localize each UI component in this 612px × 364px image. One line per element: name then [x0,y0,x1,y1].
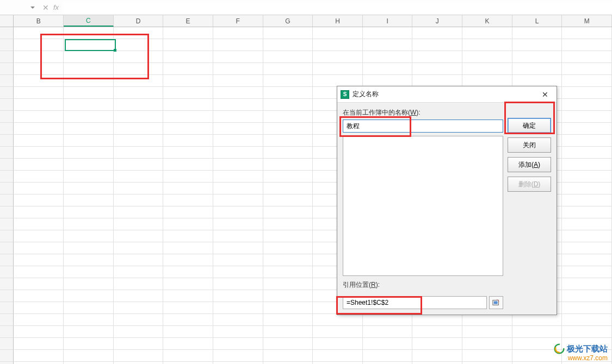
cell[interactable] [213,254,263,266]
cell[interactable] [512,39,562,51]
cell[interactable] [263,338,313,350]
col-head-d[interactable]: D [114,15,164,27]
cell[interactable] [14,302,64,314]
cell[interactable] [14,39,64,51]
cell[interactable] [512,63,562,75]
cell[interactable] [263,87,313,99]
row-head[interactable] [0,266,14,278]
col-head-b[interactable]: B [14,15,64,27]
row-head[interactable] [0,254,14,266]
cell[interactable] [562,111,612,123]
cell[interactable] [562,27,612,39]
ok-button[interactable]: 确定 [508,118,551,133]
cell[interactable] [14,171,64,183]
cell[interactable] [263,147,313,159]
row-head[interactable] [0,159,14,171]
cell[interactable] [263,39,313,51]
cell[interactable] [64,39,114,51]
row-head[interactable] [0,51,14,63]
dialog-titlebar[interactable]: S 定义名称 ✕ [337,86,557,103]
cell[interactable] [462,314,512,326]
cell[interactable] [263,362,313,364]
cell[interactable] [163,218,213,230]
name-box[interactable] [3,2,37,14]
cell[interactable] [263,302,313,314]
col-head-m[interactable]: M [562,15,612,27]
cell[interactable] [114,39,164,51]
cell[interactable] [263,99,313,111]
cell[interactable] [313,39,363,51]
cell[interactable] [163,314,213,326]
cell[interactable] [213,87,263,99]
cell[interactable] [213,218,263,230]
cell[interactable] [412,39,462,51]
row-head[interactable] [0,230,14,242]
cell[interactable] [313,27,363,39]
row-head[interactable] [0,135,14,147]
cell[interactable] [14,290,64,302]
cell[interactable] [64,254,114,266]
cell[interactable] [512,350,562,362]
cell[interactable] [412,338,462,350]
cell[interactable] [163,111,213,123]
row-head[interactable] [0,171,14,183]
col-head-j[interactable]: J [412,15,462,27]
cell[interactable] [263,242,313,254]
cell[interactable] [163,183,213,194]
row-head[interactable] [0,290,14,302]
cell[interactable] [562,254,612,266]
close-icon[interactable]: ✕ [537,90,553,99]
cell[interactable] [213,123,263,135]
cell[interactable] [462,350,512,362]
cell[interactable] [263,159,313,171]
row-head[interactable] [0,218,14,230]
cell[interactable] [562,63,612,75]
cell[interactable] [263,194,313,206]
cell[interactable] [263,326,313,338]
cell[interactable] [64,230,114,242]
cell[interactable] [462,338,512,350]
cell[interactable] [313,75,363,87]
cell[interactable] [412,51,462,63]
cell[interactable] [64,63,114,75]
cell[interactable] [163,51,213,63]
cell[interactable] [213,242,263,254]
row-head[interactable] [0,302,14,314]
cell[interactable] [64,290,114,302]
cell[interactable] [14,278,64,290]
range-picker-button[interactable] [489,296,503,309]
cell[interactable] [363,362,413,364]
cell[interactable] [64,75,114,87]
cell[interactable] [114,159,164,171]
cell[interactable] [114,278,164,290]
cell[interactable] [64,338,114,350]
cell[interactable] [412,63,462,75]
cell[interactable] [114,63,164,75]
cell[interactable] [114,147,164,159]
cell[interactable] [562,242,612,254]
cell[interactable] [263,206,313,218]
cell[interactable] [213,159,263,171]
cell[interactable] [512,326,562,338]
cell[interactable] [14,123,64,135]
row-head[interactable] [0,99,14,111]
cell[interactable] [64,242,114,254]
cell[interactable] [562,39,612,51]
cell[interactable] [562,183,612,194]
cell[interactable] [64,27,114,39]
cell[interactable] [64,302,114,314]
cell[interactable] [64,171,114,183]
cell[interactable] [562,87,612,99]
cell[interactable] [213,302,263,314]
cell[interactable] [562,218,612,230]
cell[interactable] [114,266,164,278]
cell[interactable] [213,27,263,39]
cell[interactable] [14,218,64,230]
cell[interactable] [562,278,612,290]
cell[interactable] [363,27,413,39]
cell[interactable] [263,63,313,75]
cell[interactable] [562,147,612,159]
cell[interactable] [562,159,612,171]
row-head[interactable] [0,278,14,290]
row-head[interactable] [0,27,14,39]
